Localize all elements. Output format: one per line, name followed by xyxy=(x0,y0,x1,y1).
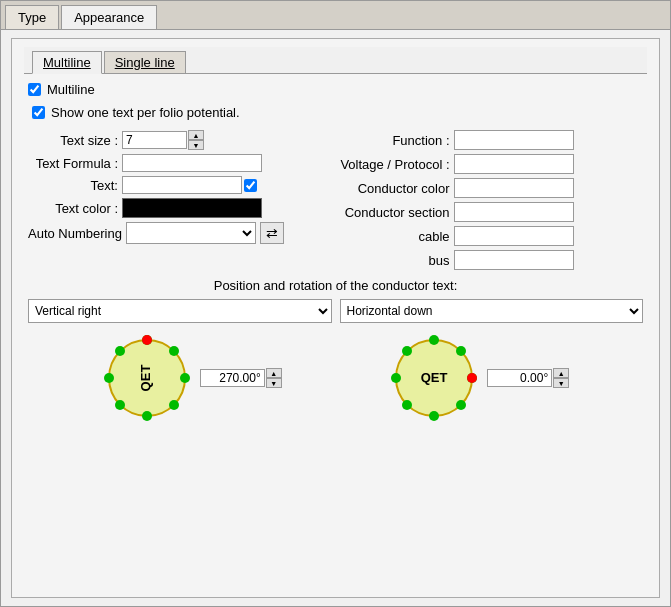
left-degree-down[interactable]: ▼ xyxy=(266,378,282,388)
svg-point-9 xyxy=(142,335,152,345)
text-input[interactable] xyxy=(122,176,242,194)
form-grid: Text size : ▲ ▼ Text Formula xyxy=(28,130,643,270)
vertical-select[interactable]: Vertical right Vertical left Horizontal xyxy=(28,299,332,323)
svg-point-13 xyxy=(429,411,439,421)
multiline-checkbox[interactable] xyxy=(28,83,41,96)
text-size-row: Text size : ▲ ▼ xyxy=(28,130,332,150)
svg-point-5 xyxy=(115,346,125,356)
svg-point-3 xyxy=(104,373,114,383)
conductor-section-row: Conductor section xyxy=(340,202,644,222)
svg-point-18 xyxy=(402,400,412,410)
text-size-up[interactable]: ▲ xyxy=(188,130,204,140)
right-circle-canvas: QET xyxy=(389,333,479,423)
left-degree-spinner: ▲ ▼ xyxy=(200,368,282,388)
text-color-swatch[interactable] xyxy=(122,198,262,218)
auto-numbering-group: ⇄ xyxy=(126,222,284,244)
svg-point-7 xyxy=(115,400,125,410)
conductor-color-input[interactable] xyxy=(454,178,574,198)
left-degree-wrap: ▲ ▼ xyxy=(200,368,282,388)
svg-text:QET: QET xyxy=(138,365,153,392)
circles-row: QET ▲ ▼ xyxy=(28,333,643,423)
form-right: Function : Voltage / Protocol : Conducto… xyxy=(340,130,644,270)
horizontal-select[interactable]: Horizontal down Horizontal up Vertical xyxy=(340,299,644,323)
svg-point-6 xyxy=(169,346,179,356)
right-degree-wrap: ▲ ▼ xyxy=(487,368,569,388)
svg-point-12 xyxy=(429,335,439,345)
cable-input[interactable] xyxy=(454,226,574,246)
svg-point-8 xyxy=(169,400,179,410)
text-size-spinner: ▲ ▼ xyxy=(122,130,204,150)
bus-input[interactable] xyxy=(454,250,574,270)
svg-point-17 xyxy=(456,346,466,356)
auto-numbering-select[interactable] xyxy=(126,222,256,244)
conductor-section-input[interactable] xyxy=(454,202,574,222)
function-row: Function : xyxy=(340,130,644,150)
bus-row: bus xyxy=(340,250,644,270)
text-formula-input[interactable] xyxy=(122,154,262,172)
left-degree-btns: ▲ ▼ xyxy=(266,368,282,388)
right-degree-spinner: ▲ ▼ xyxy=(487,368,569,388)
show-text-checkbox[interactable] xyxy=(32,106,45,119)
right-degree-input[interactable] xyxy=(487,369,552,387)
right-degree-up[interactable]: ▲ xyxy=(553,368,569,378)
function-input[interactable] xyxy=(454,130,574,150)
multiline-checkbox-row: Multiline xyxy=(28,82,643,97)
main-panel: Multiline Single line Multiline Show one… xyxy=(11,38,660,598)
left-degree-input[interactable] xyxy=(200,369,265,387)
text-row: Text: xyxy=(28,176,332,194)
svg-point-14 xyxy=(391,373,401,383)
svg-point-4 xyxy=(180,373,190,383)
main-window: Type Appearance Multiline Single line Mu xyxy=(0,0,671,607)
text-size-input[interactable] xyxy=(122,131,187,149)
left-circle-group: QET ▲ ▼ xyxy=(102,333,282,423)
top-tab-bar: Type Appearance xyxy=(1,1,670,30)
voltage-input[interactable] xyxy=(454,154,574,174)
tab-appearance[interactable]: Appearance xyxy=(61,5,157,29)
cable-row: cable xyxy=(340,226,644,246)
text-color-row: Text color : xyxy=(28,198,332,218)
text-formula-row: Text Formula : xyxy=(28,154,332,172)
svg-point-16 xyxy=(402,346,412,356)
text-size-spinner-btns: ▲ ▼ xyxy=(188,130,204,150)
text-input-group xyxy=(122,176,257,194)
right-degree-down[interactable]: ▼ xyxy=(553,378,569,388)
show-text-row: Show one text per folio potential. xyxy=(32,105,643,120)
svg-point-2 xyxy=(142,411,152,421)
tab-type[interactable]: Type xyxy=(5,5,59,29)
right-degree-btns: ▲ ▼ xyxy=(553,368,569,388)
position-row: Vertical right Vertical left Horizontal … xyxy=(28,299,643,323)
text-size-down[interactable]: ▼ xyxy=(188,140,204,150)
content-area: Multiline Single line Multiline Show one… xyxy=(1,30,670,606)
tab-singleline[interactable]: Single line xyxy=(104,51,186,73)
svg-point-20 xyxy=(467,373,477,383)
voltage-row: Voltage / Protocol : xyxy=(340,154,644,174)
auto-numbering-row: Auto Numbering ⇄ xyxy=(28,222,332,244)
swap-button[interactable]: ⇄ xyxy=(260,222,284,244)
left-degree-up[interactable]: ▲ xyxy=(266,368,282,378)
svg-point-19 xyxy=(456,400,466,410)
svg-text:QET: QET xyxy=(421,370,448,385)
left-circle-canvas: QET xyxy=(102,333,192,423)
right-circle-group: QET ▲ ▼ xyxy=(389,333,569,423)
inner-tab-bar: Multiline Single line xyxy=(24,47,647,74)
text-checkbox[interactable] xyxy=(244,179,257,192)
conductor-color-row: Conductor color xyxy=(340,178,644,198)
form-left: Text size : ▲ ▼ Text Formula xyxy=(28,130,332,270)
position-label: Position and rotation of the conductor t… xyxy=(28,278,643,293)
tab-multiline[interactable]: Multiline xyxy=(32,51,102,74)
